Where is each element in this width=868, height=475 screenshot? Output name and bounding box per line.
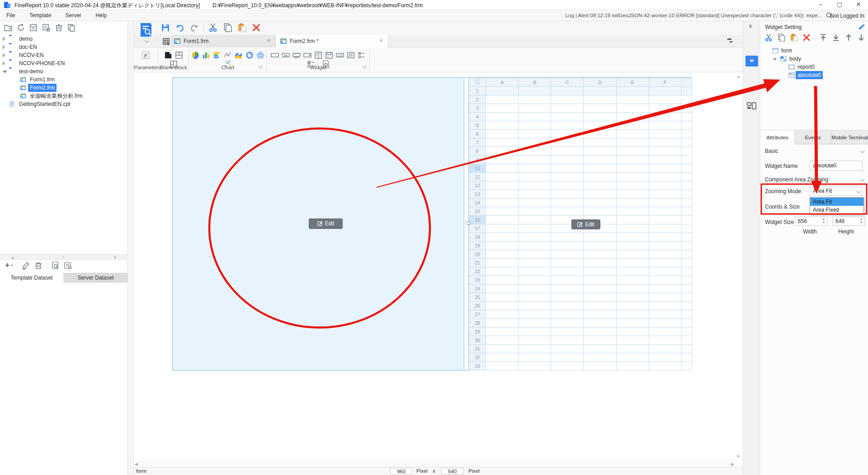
block-icon[interactable] [164,51,173,60]
grid-corner-cell[interactable] [469,78,486,87]
grid-cell[interactable] [486,302,519,310]
tab-mobile-terminal[interactable]: Mobile Terminal [831,130,868,145]
copy-icon[interactable] [222,23,232,33]
collapse-arrow-icon[interactable] [773,58,777,61]
grid-cell[interactable] [486,138,519,147]
grid-row-header-26[interactable]: 26 [469,302,486,310]
grid-cell[interactable] [584,181,616,190]
grid-cell[interactable] [616,121,649,130]
grid-cell[interactable] [551,104,584,113]
grid-cell[interactable] [486,104,519,113]
grid-cell[interactable] [551,242,584,250]
preview-doc-icon[interactable] [51,261,60,270]
grid-row-header-22[interactable]: 22 [469,267,486,276]
grid-cell[interactable] [616,242,649,250]
grid-cell[interactable] [519,310,551,319]
tree-item-test-demo[interactable]: test-demo [0,67,128,76]
w-panel-icon[interactable] [314,51,323,60]
grid-col-header-C[interactable]: C [551,78,584,87]
grid-cell[interactable] [681,181,692,190]
chart-bar-icon[interactable] [212,51,222,60]
grid-row-header-7[interactable]: 7 [469,138,486,147]
w-label-icon[interactable]: lab [281,51,290,60]
grid-cell[interactable] [519,181,551,190]
grid-cell[interactable] [486,328,519,336]
grid-cell[interactable] [681,138,692,147]
add-dropdown-icon[interactable] [5,261,14,270]
grid-cell[interactable] [584,233,616,242]
grid-cell[interactable] [519,242,551,250]
grid-cell[interactable] [649,362,681,370]
grid-cell[interactable] [584,147,616,156]
zooming-section-label[interactable]: Component Area Zooming [765,176,828,183]
grid-cell[interactable] [616,259,649,267]
grid-cell[interactable] [616,250,649,259]
grid-cell[interactable] [616,173,649,181]
grid-cell[interactable] [681,233,692,242]
delete-icon[interactable] [251,23,261,33]
grid-cell[interactable] [616,113,649,121]
grid-cell[interactable] [519,233,551,242]
grid-cell[interactable] [616,199,649,207]
grid-col-header-D[interactable]: D [584,78,616,87]
tab-server-dataset[interactable]: Server Dataset [63,273,128,283]
grid-cell[interactable] [616,216,649,224]
chart-line-icon[interactable] [223,51,232,60]
grid-cell[interactable] [681,250,692,259]
grid-row-header-11[interactable]: 11 [469,173,486,181]
grid-cell[interactable] [584,113,616,121]
grid-cell[interactable] [649,147,681,156]
grid-cell[interactable] [649,353,681,362]
move-up-icon[interactable] [844,33,853,42]
grid-cell[interactable] [681,156,692,164]
tab-template-dataset[interactable]: Template Dataset [0,273,63,283]
grid-row-header-5[interactable]: 5 [469,121,486,130]
grid-cell[interactable] [519,336,551,345]
grid-cell[interactable] [584,190,616,199]
grid-cell[interactable] [681,87,692,95]
cut-icon[interactable] [208,23,218,33]
menu-template[interactable]: Template [23,10,58,21]
basic-collapse-chevron-icon[interactable] [860,149,865,153]
split-h-icon[interactable] [175,51,184,60]
widget-tree-item-absolute0[interactable]: absolute0 [760,71,868,79]
grid-cell[interactable] [584,199,616,207]
widget-tree-item-body[interactable]: body [760,55,868,63]
grid-cell[interactable] [486,267,519,276]
grid-row-header-25[interactable]: 25 [469,293,486,302]
grid-cell[interactable] [649,121,681,130]
grid-cell[interactable] [486,224,519,233]
grid-cell[interactable] [584,95,616,104]
grid-cell[interactable] [649,285,681,293]
grid-cell[interactable] [519,113,551,121]
grid-row-header-20[interactable]: 20 [469,250,486,259]
report0-grid-block[interactable]: ABCDEF1234567891011121314151617181920212… [468,78,692,370]
grid-cell[interactable] [681,164,692,173]
grid-cell[interactable] [681,302,692,310]
grid-cell[interactable] [681,362,692,370]
grid-cell[interactable] [486,336,519,345]
grid-cell[interactable] [551,207,584,216]
grid-cell[interactable] [584,164,616,173]
grid-cell[interactable] [584,104,616,113]
scroll-down-icon[interactable]: ▼ [735,454,741,459]
w-number-icon[interactable]: 123 [335,51,344,60]
grid-cell[interactable] [519,216,551,224]
grid-cell[interactable] [519,199,551,207]
grid-cell[interactable] [519,156,551,164]
grid-cell[interactable] [519,190,551,199]
grid-cell[interactable] [649,302,681,310]
grid-cell[interactable] [681,328,692,336]
grid-cell[interactable] [519,121,551,130]
grid-cell[interactable] [681,353,692,362]
parameters-icon[interactable]: P [141,51,150,60]
grid-cell[interactable] [584,345,616,353]
grid-row-header-31[interactable]: 31 [469,345,486,353]
basic-section-label[interactable]: Basic [765,148,778,154]
grid-cell[interactable] [681,173,692,181]
tab-attributes[interactable]: Attributes [760,130,795,145]
expand-arrow-icon[interactable] [3,61,7,66]
grid-cell[interactable] [584,362,616,370]
grid-cell[interactable] [584,138,616,147]
grid-cell[interactable] [681,319,692,328]
